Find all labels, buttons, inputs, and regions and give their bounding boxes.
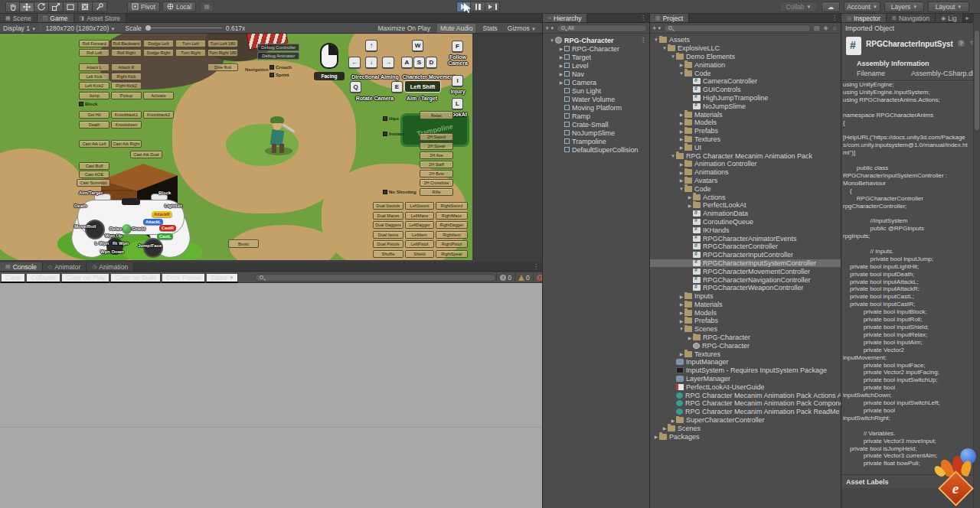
no-shooting-checkbox[interactable]: No Shooting xyxy=(383,190,416,194)
snap-settings-button[interactable]: ▦ xyxy=(200,2,214,12)
local-toggle-button[interactable]: Local xyxy=(162,2,196,12)
weapon-button[interactable]: 2H Crossbow xyxy=(420,179,453,187)
project-item[interactable]: ▼Scenes xyxy=(650,325,841,334)
panel-menu-icon[interactable]: ⋮ xyxy=(637,15,649,21)
weapon-grid-button[interactable]: Dual Pistols xyxy=(373,240,403,248)
tab-asset-store[interactable]: ◨Asset Store xyxy=(74,14,127,22)
tab-inspector[interactable]: ◎Inspector xyxy=(841,14,887,22)
project-item[interactable]: CameraController xyxy=(650,77,841,86)
console-toolbar-button[interactable]: Clear on Build xyxy=(109,272,160,283)
hierarchy-item[interactable]: DefaultSuperCollision xyxy=(543,145,649,154)
project-item[interactable]: RPG-Character xyxy=(650,341,841,350)
panel-menu-icon[interactable]: ⋮ xyxy=(530,263,542,270)
tab-lighting[interactable]: ◉Lig xyxy=(936,14,962,22)
game-ui-button[interactable]: Cast Atk Right xyxy=(111,140,142,148)
project-item[interactable]: ▶UI xyxy=(650,143,841,151)
project-item[interactable]: ▼Assets xyxy=(650,36,841,44)
project-item[interactable]: ▶Materials xyxy=(650,301,841,309)
inspector-scrollbar[interactable] xyxy=(973,14,980,508)
debug-button[interactable]: Debug Animator xyxy=(257,52,299,60)
tab-scroll-arrow[interactable]: ▸ xyxy=(963,15,972,21)
game-ui-button[interactable]: Knockback1 xyxy=(111,111,142,119)
game-ui-button[interactable]: Roll Forward xyxy=(79,40,109,47)
game-ui-button[interactable]: Pickup xyxy=(111,92,142,99)
tab-animator[interactable]: ◇Animator xyxy=(43,262,87,271)
gizmos-dropdown[interactable]: Gizmos ▼ xyxy=(505,24,539,33)
project-item[interactable]: HighJumpTrampoline xyxy=(650,94,841,103)
project-item[interactable]: ▶Prefabs xyxy=(650,127,841,135)
tab-console[interactable]: ▤Console xyxy=(0,262,43,271)
weapon-grid-button[interactable]: RightPistol xyxy=(436,240,468,248)
weapon-grid-button[interactable]: LeftItem xyxy=(405,231,434,239)
weapon-grid-button[interactable]: LeftMace xyxy=(405,212,434,220)
project-item[interactable]: ▶Actions xyxy=(650,193,841,201)
editor-dropdown[interactable]: Editor▼ xyxy=(205,272,238,283)
game-ui-button[interactable]: Right Kick xyxy=(111,73,142,80)
weapon-grid-button[interactable]: RightDagger xyxy=(436,221,468,229)
block-checkbox[interactable]: Block xyxy=(79,102,97,106)
maximize-on-play-toggle[interactable]: Maximize On Play xyxy=(374,24,433,33)
weapon-grid-button[interactable]: Dual Swords xyxy=(373,202,403,210)
transform-tool-button[interactable] xyxy=(78,2,93,12)
project-item[interactable]: ▶Inputs xyxy=(650,292,841,301)
weapon-button[interactable]: 2H Staff xyxy=(420,161,453,168)
hierarchy-item[interactable]: NoJumpSlime xyxy=(543,129,649,137)
project-item[interactable]: RPGCharacterInputController xyxy=(650,251,841,259)
game-ui-button[interactable]: Roll Left xyxy=(79,49,109,57)
dive-roll-button[interactable]: Dive Roll xyxy=(207,64,238,71)
game-ui-button[interactable]: Jump xyxy=(79,92,109,99)
game-ui-button[interactable]: Get Hit xyxy=(79,111,109,119)
console-toolbar-button[interactable]: Clear xyxy=(0,272,25,283)
instant-checkbox[interactable]: Instant xyxy=(383,132,404,136)
tab-project[interactable]: ▥Project xyxy=(650,14,689,22)
hierarchy-item[interactable]: ▶Level xyxy=(543,61,649,70)
project-item[interactable]: ▶Animation Controller xyxy=(650,160,841,168)
weapon-grid-button[interactable]: Dual Items xyxy=(373,231,403,239)
weapon-grid-button[interactable]: Shield xyxy=(405,250,434,258)
console-toolbar-button[interactable]: Collapse xyxy=(25,272,60,283)
cast-aoe-button[interactable]: Cast AOE xyxy=(79,171,109,178)
layers-dropdown[interactable]: Layers▼ xyxy=(884,2,924,12)
project-item[interactable]: ▶Textures xyxy=(650,350,841,358)
hierarchy-item[interactable]: ▶Nav xyxy=(543,70,649,78)
column-layout-icon[interactable]: ▤ xyxy=(813,24,821,31)
scale-slider-knob[interactable] xyxy=(145,25,151,31)
tab-game[interactable]: ◫Game xyxy=(38,14,74,22)
hierarchy-item[interactable]: ▶Camera xyxy=(543,78,649,86)
hierarchy-item[interactable]: ▶Target xyxy=(543,53,649,61)
project-item[interactable]: InputManager xyxy=(650,358,841,366)
game-ui-button[interactable]: Knockback2 xyxy=(143,111,174,119)
move-tool-button[interactable] xyxy=(20,2,34,12)
project-item[interactable]: RPGCharacterWeaponController xyxy=(650,284,841,292)
scene-menu-icon[interactable]: ⋮ xyxy=(637,37,649,44)
project-item[interactable]: ▶RPG-Character xyxy=(650,334,841,342)
project-item[interactable]: ▼RPG Character Mecanim Animation Pack xyxy=(650,151,841,160)
console-search-input[interactable] xyxy=(255,274,496,282)
project-item[interactable]: ▶Prefabs xyxy=(650,317,841,325)
cloud-button[interactable]: ☁ xyxy=(822,2,840,12)
project-item[interactable]: ▼Code xyxy=(650,184,841,193)
hierarchy-item[interactable]: Crate-Small xyxy=(543,120,649,129)
project-item[interactable]: ▶Materials xyxy=(650,110,841,119)
game-ui-button[interactable]: Roll Backward xyxy=(111,40,142,47)
boost-button[interactable]: Boost xyxy=(228,239,259,248)
console-toolbar-button[interactable]: Clear on Play xyxy=(60,272,109,283)
project-item[interactable]: InputSystem - Requires InputSystem Packa… xyxy=(650,366,841,375)
game-ui-button[interactable]: Attack L xyxy=(79,64,109,71)
game-ui-button[interactable]: Activate xyxy=(143,92,174,99)
hierarchy-item[interactable]: Water Volume xyxy=(543,95,649,103)
hierarchy-search-input[interactable]: All xyxy=(557,24,647,32)
project-item[interactable]: ▼Demo Elements xyxy=(650,53,841,61)
project-item[interactable]: ▶PerfectLookAt xyxy=(650,201,841,210)
play-button[interactable] xyxy=(456,2,471,12)
project-item[interactable]: RPGCharacterAnimatorEvents xyxy=(650,234,841,243)
sprint-checkbox[interactable]: Sprint xyxy=(270,73,289,77)
game-ui-button[interactable]: Turn Right xyxy=(175,49,206,57)
project-item[interactable]: ▶SuperCharacterController xyxy=(650,416,841,425)
project-item[interactable]: ▼ExplosiveLLC xyxy=(650,44,841,53)
project-item[interactable]: RPGCharacterController xyxy=(650,243,841,251)
scale-slider[interactable] xyxy=(145,28,222,28)
account-dropdown[interactable]: Account▼ xyxy=(844,2,880,12)
project-item[interactable]: RPGCharacterNavigationController xyxy=(650,275,841,284)
search-by-label-icon[interactable]: ◈ xyxy=(823,24,829,31)
